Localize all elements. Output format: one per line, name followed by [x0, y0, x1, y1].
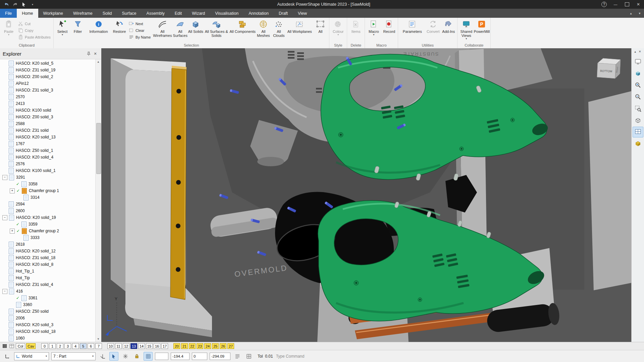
all-surfaces-button[interactable]: All Surfaces: [172, 18, 188, 43]
menu-tab[interactable]: Home: [17, 9, 38, 18]
tree-item[interactable]: HASCO: Z50 solid: [0, 308, 96, 315]
convert-button[interactable]: Convert: [425, 18, 441, 43]
level-button[interactable]: 11: [115, 343, 122, 349]
cut-button[interactable]: Cut: [17, 20, 52, 27]
multi-view-icon[interactable]: [633, 127, 643, 137]
colour-button[interactable]: Colour: [330, 18, 346, 43]
redo-icon[interactable]: [12, 2, 18, 7]
tree-item[interactable]: 2570: [0, 94, 96, 100]
relative-coords-icon[interactable]: [244, 352, 253, 361]
tree-item[interactable]: 2594: [0, 201, 96, 207]
level-button[interactable]: 23: [197, 343, 203, 349]
paste-attributes-button[interactable]: Paste Attributes: [17, 34, 52, 40]
menu-tab[interactable]: Surface: [117, 9, 141, 18]
tree-item[interactable]: 3360: [0, 301, 96, 308]
lock-icon[interactable]: [132, 352, 141, 361]
tree-item[interactable]: 2618: [0, 241, 96, 248]
expander-icon[interactable]: [10, 229, 15, 234]
tree-item[interactable]: HASCO: K20 solid_12: [0, 248, 96, 254]
level-button[interactable]: 1: [49, 343, 56, 349]
shared-views-button[interactable]: Shared Views: [459, 18, 474, 43]
panel-close-icon[interactable]: ✕: [92, 51, 99, 57]
all-surfaces-solids-button[interactable]: All Surfaces & Solids: [203, 18, 229, 43]
tree-item[interactable]: HASCO: K20 solid_18: [0, 328, 96, 335]
menu-tab[interactable]: Draft: [274, 9, 293, 18]
tree-item[interactable]: HASCO: Z31 solid_4: [0, 281, 96, 288]
select-tool-icon[interactable]: [21, 2, 27, 7]
tree-item[interactable]: 3358: [0, 181, 96, 187]
menu-tab[interactable]: Annotation: [244, 9, 274, 18]
tree-item[interactable]: HASCO: Z00 solid_3: [0, 114, 96, 120]
axes-toggle-icon[interactable]: [98, 352, 107, 361]
tree-item[interactable]: 2600: [0, 207, 96, 214]
tree-item[interactable]: 3359: [0, 221, 96, 228]
explorer-scrollbar[interactable]: [95, 59, 101, 342]
expander-icon[interactable]: [10, 188, 15, 193]
tree-item[interactable]: 2588: [0, 120, 96, 127]
absolute-coords-icon[interactable]: [233, 352, 242, 361]
tree-item[interactable]: HASCO: Z31 solid_19: [0, 67, 96, 73]
powermill-button[interactable]: P PowerMill: [474, 18, 489, 43]
mold-plate-right[interactable]: [588, 91, 631, 290]
level-button[interactable]: 15: [146, 343, 153, 349]
level-button[interactable]: 10: [107, 343, 114, 349]
level-button[interactable]: 27: [227, 343, 234, 349]
level-button[interactable]: 16: [154, 343, 160, 349]
paste-button[interactable]: Paste: [1, 18, 16, 43]
gold-bar-part[interactable]: [170, 66, 186, 300]
level-button[interactable]: 4: [72, 343, 79, 349]
level-button[interactable]: 12: [123, 343, 129, 349]
tree-item[interactable]: HASCO: K20 solid_8: [0, 261, 96, 268]
restore-button[interactable]: Restore: [112, 18, 127, 43]
tree-item[interactable]: APin12: [0, 80, 96, 87]
menu-tab[interactable]: Workplane: [38, 9, 68, 18]
tree-item[interactable]: 3291: [0, 174, 96, 181]
select-button[interactable]: Select: [55, 18, 70, 43]
help-icon[interactable]: [598, 0, 610, 9]
tree-item[interactable]: 1060: [0, 335, 96, 342]
all-wireframes-button[interactable]: All Wireframes: [152, 18, 172, 43]
quick-access-caret-icon[interactable]: [30, 2, 36, 7]
scroll-up-icon[interactable]: [96, 59, 101, 65]
copy-button[interactable]: Copy: [17, 27, 52, 34]
levels-grid-icon[interactable]: [2, 344, 8, 349]
tree-item[interactable]: 416: [0, 288, 96, 295]
close-button[interactable]: [633, 0, 644, 9]
minimize-button[interactable]: [610, 0, 621, 9]
zoom-out-icon[interactable]: [633, 92, 643, 102]
level-button[interactable]: 2: [57, 343, 63, 349]
menu-tab[interactable]: Solid: [98, 9, 117, 18]
menu-tab[interactable]: Assembly: [142, 9, 170, 18]
tree-item[interactable]: HASCO: Z31 solid: [0, 127, 96, 134]
tree-item[interactable]: Chamfer group 1: [0, 187, 96, 194]
workplane-axes-icon[interactable]: [3, 352, 12, 361]
tree-item[interactable]: 2576: [0, 161, 96, 167]
tree-item[interactable]: 3333: [0, 234, 96, 241]
all-meshes-button[interactable]: All Meshes: [256, 18, 271, 43]
menu-tab[interactable]: Edit: [170, 9, 187, 18]
select-all-button[interactable]: All: [313, 18, 328, 43]
parameters-button[interactable]: Parameters: [399, 18, 425, 43]
filter-button[interactable]: Filter: [70, 18, 86, 43]
tree-item[interactable]: HASCO: K20 solid_13: [0, 134, 96, 140]
level-button[interactable]: 21: [181, 343, 188, 349]
ribbon-options-icon[interactable]: [635, 9, 644, 18]
menu-tab[interactable]: View: [293, 9, 312, 18]
level-button[interactable]: 6: [88, 343, 94, 349]
all-components-button[interactable]: All Components: [229, 18, 256, 43]
tree-item[interactable]: Hot_Tip: [0, 275, 96, 281]
viewport-3d-scene[interactable]: SUBSTRATE: [101, 48, 631, 342]
tree-item[interactable]: HASCO: Z00 solid_2: [0, 73, 96, 80]
next-button[interactable]: Next: [128, 20, 152, 27]
expander-icon[interactable]: [2, 289, 7, 294]
level-button[interactable]: 20: [173, 343, 180, 349]
menu-tab[interactable]: Visualisation: [210, 9, 244, 18]
all-clouds-button[interactable]: All Clouds: [271, 18, 286, 43]
zoom-in-icon[interactable]: [633, 80, 643, 90]
command-input[interactable]: [275, 354, 641, 359]
level-button[interactable]: 5: [80, 343, 87, 349]
tree-item[interactable]: HASCO: Z50 solid_1: [0, 147, 96, 154]
information-button[interactable]: i Information: [86, 18, 112, 43]
zoom-box-icon[interactable]: [633, 103, 643, 114]
tree-item[interactable]: 2413: [0, 100, 96, 107]
